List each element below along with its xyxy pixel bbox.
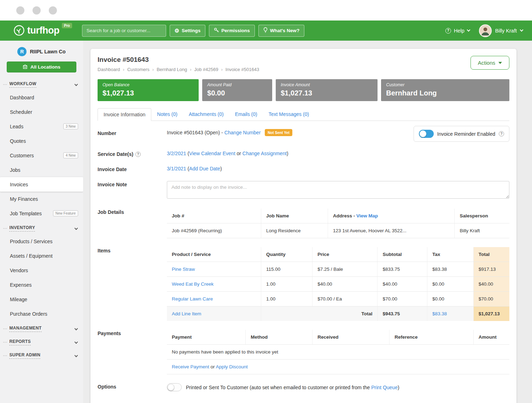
tab-notes[interactable]: Notes (0) [151,108,183,121]
sidebar-item-jobs[interactable]: Jobs [0,163,83,177]
sidebar-item-label: My Finances [10,196,38,202]
sidebar-item-assets-equipment[interactable]: Assets / Equipment [0,249,83,263]
product-link[interactable]: Pine Straw [172,267,195,272]
options-label: Options [98,383,167,390]
window-zoom-button[interactable] [49,6,57,14]
service-date-link[interactable]: 3/2/2021 [167,151,186,156]
help-tooltip-icon[interactable]: ? [499,131,504,136]
sidebar-item-leads[interactable]: Leads 3 New [0,119,83,134]
invoice-reminder-toggle[interactable] [419,130,434,138]
section-title: WORKFLOW [9,81,36,88]
sidebar-item-quotes[interactable]: Quotes [0,134,83,148]
section-title: REPORTS [9,339,31,345]
tab-emails[interactable]: Emails (0) [229,108,263,121]
view-map-link[interactable]: View Map [356,213,378,218]
footer-tax-link[interactable]: $83.38 [432,311,447,316]
footer-tax: $83.38 [427,306,473,321]
item-row: Regular Lawn Care 1.00 $70.00 / Ea $70.0… [167,292,509,306]
invoice-reminder-label: Invoice Reminder Enabled [437,131,495,137]
view-calendar-event-link[interactable]: View Calendar Event [189,151,235,156]
help-menu[interactable]: ? Help [445,28,470,34]
breadcrumb-customers[interactable]: Customers [120,67,150,72]
job-name-cell: Long Residence [261,223,328,238]
product-link[interactable]: Regular Lawn Care [172,296,213,302]
sidebar-section-super-admin[interactable]: ⋯ SUPER ADMIN [0,348,83,361]
company-switcher[interactable]: R RIIPL Lawn Co [0,41,83,59]
company-avatar: R [17,47,27,56]
sidebar-item-job-templates[interactable]: Job Templates New Feature [0,206,83,221]
sidebar-item-customers[interactable]: Customers 4 New [0,148,83,163]
change-assignment-link[interactable]: Change Assignment [242,151,287,156]
print-queue-link[interactable]: Print Queue [371,385,398,390]
help-tooltip-icon[interactable]: ? [135,152,141,157]
brand-logo[interactable]: turfhop Pro [13,24,72,37]
sidebar-item-purchase-orders[interactable]: Purchase Orders [0,306,83,321]
total-label: Total [261,306,377,321]
invoice-date-link[interactable]: 3/1/2021 [167,166,186,171]
permissions-button[interactable]: Permissions [209,25,255,37]
total-cell: $40.00 [473,277,509,292]
window-chrome [0,0,532,21]
or-text: or [236,151,241,156]
all-locations-button[interactable]: All Locations [7,62,76,72]
tab-text-messages[interactable]: Text Messages (0) [263,108,315,121]
window-close-button[interactable] [16,6,24,14]
search-input[interactable] [82,25,166,37]
tab-invoice-information[interactable]: Invoice Information [98,108,151,121]
sidebar-item-products-services[interactable]: Products / Services [0,234,83,249]
sidebar-item-expenses[interactable]: Expenses [0,278,83,292]
sidebar-section-management[interactable]: ⋯ MANAGEMENT [0,321,83,334]
breadcrumb-customer[interactable]: Bernhard Long [150,67,187,72]
total-header: Total [473,247,509,262]
price-header: Price [312,247,378,262]
window-minimize-button[interactable] [33,6,41,14]
printed-text: Printed or Sent To Customer (auto set wh… [186,385,370,390]
breadcrumb-job[interactable]: Job #42569 [187,67,218,72]
stat-invoice-amount: Invoice Amount $1,027.13 [276,79,378,101]
job-address-cell: 123 1st Avenue, Hoover AL 3522... [328,223,455,238]
drag-handle-icon: ⋯ [3,353,7,358]
lightbulb-icon [263,27,268,34]
add-line-item-link[interactable]: Add Line Item [172,311,201,316]
breadcrumb-current: Invoice #501643 [218,67,259,72]
user-menu[interactable]: Billy Kraft [479,24,523,37]
printed-toggle[interactable] [167,383,182,391]
receive-payment-link[interactable]: Receive Payment [172,364,209,369]
product-link[interactable]: Weed Eat By Creek [172,281,214,287]
tax-cell: $83.38 [427,262,473,277]
item-row: Pine Straw 115.00 $7.25 / Bale $833.75 $… [167,262,509,277]
tax-header: Tax [427,247,473,262]
actions-button[interactable]: Actions [470,56,509,70]
printed-option-text: Printed or Sent To Customer (auto set wh… [186,385,399,390]
sidebar-item-my-finances[interactable]: My Finances [0,192,83,206]
item-row: Weed Eat By Creek 1.00 $40.00 $40.00 $0.… [167,277,509,292]
number-value-row: Invoice #501643 (Open) - Change Number N… [167,130,414,135]
sidebar-item-label: Job Templates [10,211,42,216]
sidebar-section-workflow[interactable]: ⋯ WORKFLOW [0,77,83,90]
add-due-date-link[interactable]: Add Due Date [189,166,220,171]
sidebar-item-scheduler[interactable]: Scheduler [0,105,83,119]
settings-button[interactable]: ⚙ Settings [170,25,206,37]
sidebar-item-label: Expenses [10,282,31,288]
items-label: Items [98,247,167,253]
sidebar-item-dashboard[interactable]: Dashboard [0,90,83,105]
stat-value: $0.00 [207,89,267,97]
tab-attachments[interactable]: Attachments (0) [183,108,229,121]
chevron-down-icon [498,62,502,64]
change-number-link[interactable]: Change Number [224,130,261,135]
stat-amount-paid: Amount Paid $0.00 [202,79,272,101]
received-header: Received [312,330,390,345]
invoice-note-input[interactable] [167,181,509,199]
sidebar-section-inventory[interactable]: ⋯ INVENTORY [0,221,83,234]
stat-label: Amount Paid [207,82,267,87]
method-header: Method [246,330,312,345]
sidebar-section-reports[interactable]: ⋯ REPORTS [0,334,83,348]
sidebar-item-invoices[interactable]: Invoices [0,177,83,192]
sidebar-item-mileage[interactable]: Mileage [0,292,83,306]
breadcrumb-dashboard[interactable]: Dashboard [98,67,120,72]
tax-cell: $0.00 [427,277,473,292]
paren: ) [287,151,288,156]
whats-new-button[interactable]: What's New? [258,25,304,37]
apply-discount-link[interactable]: Apply Discount [216,364,248,369]
sidebar-item-vendors[interactable]: Vendors [0,263,83,278]
